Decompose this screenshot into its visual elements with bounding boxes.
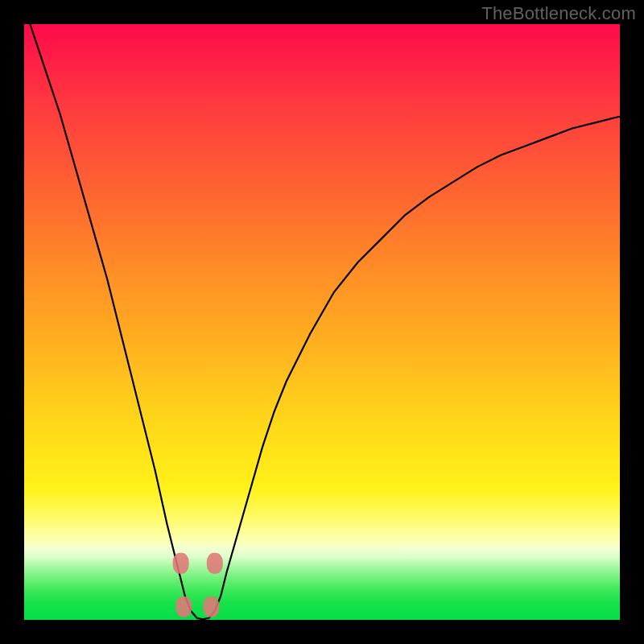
bottleneck-curve bbox=[24, 24, 620, 619]
marker-point bbox=[173, 553, 189, 574]
marker-point bbox=[203, 597, 219, 617]
plot-area bbox=[24, 24, 620, 620]
curve-overlay bbox=[24, 24, 620, 620]
watermark-text: TheBottleneck.com bbox=[481, 3, 636, 24]
curve-markers bbox=[173, 553, 223, 617]
chart-container: TheBottleneck.com bbox=[0, 0, 644, 644]
marker-point bbox=[207, 553, 223, 574]
marker-point bbox=[175, 597, 192, 617]
